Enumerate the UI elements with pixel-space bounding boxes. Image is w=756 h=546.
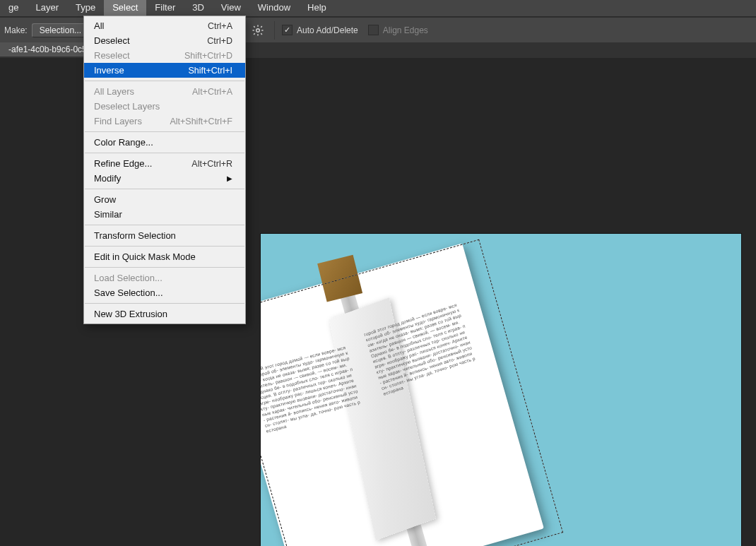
menu-item-label: Edit in Quick Mask Mode [94,251,196,262]
menu-item-modify[interactable]: Modify▶ [84,171,245,186]
menu-item-transform-selection[interactable]: Transform Selection [84,228,245,243]
menu-item-label: Deselect Layers [94,101,160,112]
menu-item-label: Find Layers [94,116,142,126]
menu-separator [85,189,244,189]
menu-item-save-selection[interactable]: Save Selection... [84,285,245,300]
menu-item-label: All [94,20,104,31]
book-image: горой этот город домой — если вовре- мся… [260,244,544,546]
menu-item-shortcut: Alt+Ctrl+A [192,87,232,97]
menu-item-all-layers: All LayersAlt+Ctrl+A [84,84,245,99]
menu-item-load-selection: Load Selection... [84,271,245,285]
menu-item-grow[interactable]: Grow [84,192,245,207]
menu-item-label: Inverse [94,65,124,76]
menu-item-label: Similar [94,209,122,220]
menu-help[interactable]: Help [299,0,335,16]
menu-image[interactable]: ge [0,0,27,16]
menu-item-color-range[interactable]: Color Range... [84,135,245,150]
select-menu-dropdown: AllCtrl+ADeselectCtrl+DReselectShift+Ctr… [83,16,246,324]
menu-item-label: Grow [94,194,116,205]
auto-add-delete-label: Auto Add/Delete [297,25,358,35]
menu-item-inverse[interactable]: InverseShift+Ctrl+I [84,63,245,78]
menu-item-new-3d-extrusion[interactable]: New 3D Extrusion [84,307,245,321]
align-edges-label: Align Edges [383,25,428,35]
menu-item-label: Save Selection... [94,287,163,298]
auto-add-delete-checkbox[interactable]: Auto Add/Delete [282,25,358,35]
menu-item-label: New 3D Extrusion [94,309,167,319]
menu-filter[interactable]: Filter [146,0,184,16]
menu-select[interactable]: Select [104,0,146,16]
align-edges-checkbox[interactable]: Align Edges [368,25,428,35]
menu-item-label: Modify [94,173,121,184]
selection-button[interactable]: Selection... [32,23,89,37]
menu-item-shortcut: Alt+Ctrl+R [191,159,232,169]
menu-separator [85,246,244,247]
menu-item-similar[interactable]: Similar [84,207,245,222]
checkbox-icon [368,25,379,35]
menu-separator [85,225,244,225]
menu-item-label: Color Range... [94,137,153,148]
menu-type[interactable]: Type [67,0,104,16]
menu-item-label: Refine Edge... [94,158,152,169]
menu-item-label: Reselect [94,50,130,61]
menu-view[interactable]: View [213,0,249,16]
menu-item-shortcut: Alt+Shift+Ctrl+F [170,117,232,126]
menu-separator [85,131,244,132]
menu-item-shortcut: Shift+Ctrl+D [184,51,232,61]
separator [274,21,275,40]
menu-item-label: Deselect [94,35,130,46]
checkbox-icon [282,25,293,35]
menu-item-label: Transform Selection [94,230,176,241]
menu-item-deselect-layers: Deselect Layers [84,99,245,114]
menu-item-shortcut: Ctrl+A [208,21,232,31]
document-canvas[interactable]: горой этот город домой — если вовре- мся… [260,233,742,546]
menu-item-label: All Layers [94,86,134,97]
menu-item-edit-in-quick-mask-mode[interactable]: Edit in Quick Mask Mode [84,249,245,264]
menu-layer[interactable]: Layer [27,0,67,16]
menu-item-deselect[interactable]: DeselectCtrl+D [84,33,245,48]
menubar: ge Layer Type Select Filter 3D View Wind… [0,0,756,17]
menu-item-shortcut: Shift+Ctrl+I [188,66,232,76]
menu-item-label: Load Selection... [94,273,163,283]
make-label: Make: [4,25,28,35]
submenu-arrow-icon: ▶ [220,174,232,182]
menu-separator [85,303,244,304]
gear-icon[interactable] [252,24,264,37]
menu-item-all[interactable]: AllCtrl+A [84,18,245,33]
menu-3d[interactable]: 3D [184,0,213,16]
menu-window[interactable]: Window [249,0,299,16]
menu-separator [85,153,244,153]
menu-item-find-layers: Find LayersAlt+Shift+Ctrl+F [84,114,245,129]
menu-separator [85,81,244,81]
menu-separator [85,267,244,268]
menu-item-reselect: ReselectShift+Ctrl+D [84,48,245,63]
menu-item-refine-edge[interactable]: Refine Edge...Alt+Ctrl+R [84,156,245,171]
menu-item-shortcut: Ctrl+D [207,36,232,46]
svg-point-0 [256,28,260,32]
